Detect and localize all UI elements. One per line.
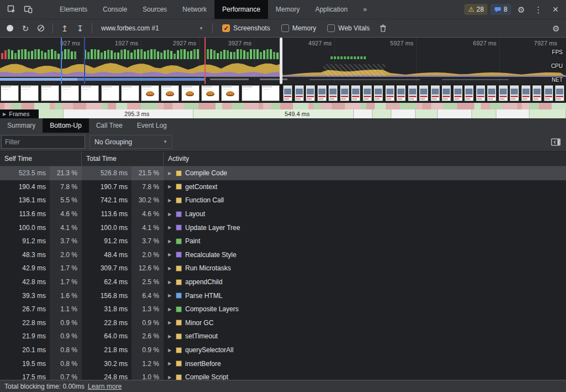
frame-block[interactable] (416, 109, 438, 118)
filmstrip-thumbnail[interactable] (385, 85, 395, 101)
filmstrip-thumbnail[interactable] (499, 85, 508, 101)
frames-track[interactable]: ▶ Frames 295.3 ms549.4 ms (0, 109, 566, 118)
activity-row-run-microtasks[interactable]: 42.9 ms 1.7 % 309.7 ms 12.6 % ▶ Run Micr… (0, 262, 566, 275)
filmstrip-thumbnail[interactable] (396, 85, 406, 101)
expand-arrow-icon[interactable]: ▶ (167, 212, 172, 217)
filter-input[interactable] (1, 135, 85, 149)
filmstrip-thumbnail[interactable] (487, 85, 496, 101)
warnings-badge[interactable]: ⚠ 28 (464, 4, 488, 15)
filmstrip-thumbnail[interactable] (61, 85, 79, 101)
expand-arrow-icon[interactable]: ▶ (167, 361, 172, 366)
checkbox-web-vitals[interactable]: ✓ Web Vitals (327, 24, 370, 32)
overview-graphs[interactable]: 927 ms1927 ms2927 ms3927 ms4927 ms5927 m… (0, 38, 566, 84)
expand-arrow-icon[interactable]: ▶ (167, 307, 172, 312)
activity-row-minor-gc[interactable]: 22.8 ms 0.9 % 22.8 ms 0.9 % ▶ Minor GC (0, 316, 566, 330)
filmstrip-thumbnail[interactable] (374, 85, 383, 101)
filmstrip-thumbnail[interactable] (408, 85, 417, 101)
settings-gear-icon[interactable]: ⚙ (514, 2, 528, 17)
filmstrip-thumbnail[interactable] (510, 85, 519, 101)
activity-row-getcontext[interactable]: 190.4 ms 7.8 % 190.7 ms 7.8 % ▶ getConte… (0, 180, 566, 194)
filmstrip-thumbnail[interactable] (101, 85, 119, 101)
filmstrip-thumbnail[interactable] (317, 85, 327, 101)
load-profile-icon[interactable]: ↥ (57, 21, 72, 35)
frame-block[interactable] (354, 109, 373, 118)
filmstrip-thumbnail[interactable] (81, 85, 99, 101)
grouping-select[interactable]: No Grouping ▼ (90, 135, 172, 149)
tab-application[interactable]: Application (307, 0, 355, 19)
column-header-self-time[interactable]: Self Time (0, 151, 82, 166)
filmstrip-thumbnail[interactable] (261, 85, 280, 101)
expand-arrow-icon[interactable]: ▶ (167, 266, 172, 271)
checkbox-screenshots[interactable]: ✓ Screenshots (222, 24, 270, 32)
tab-network[interactable]: Network (175, 0, 214, 19)
filmstrip-thumbnail[interactable] (453, 85, 463, 101)
expand-arrow-icon[interactable]: ▶ (167, 280, 172, 285)
activity-row-compile-script[interactable]: 17.5 ms 0.7 % 24.8 ms 1.0 % ▶ Compile Sc… (0, 370, 566, 380)
trash-icon[interactable] (376, 21, 390, 35)
frame-block[interactable] (391, 109, 416, 118)
expand-arrow-icon[interactable]: ▶ (167, 375, 172, 380)
tab-memory[interactable]: Memory (268, 0, 307, 19)
close-devtools-icon[interactable]: × (548, 2, 563, 17)
tab-sources[interactable]: Sources (135, 0, 175, 19)
filmstrip-thumbnail[interactable] (1, 85, 19, 101)
clear-recordings-icon[interactable] (34, 21, 48, 35)
tab-bottom-up[interactable]: Bottom-Up (43, 118, 88, 133)
filmstrip-thumbnail[interactable] (242, 85, 260, 101)
kebab-menu-icon[interactable]: ⋮ (531, 2, 546, 17)
expand-arrow-icon[interactable]: ▶ (167, 198, 172, 203)
frame-block[interactable] (496, 109, 530, 118)
activity-row-layout[interactable]: 113.6 ms 4.6 % 113.6 ms 4.6 % ▶ Layout (0, 207, 566, 221)
issues-badge[interactable]: 8 (490, 4, 511, 15)
activity-row-paint[interactable]: 91.2 ms 3.7 % 91.2 ms 3.7 % ▶ Paint (0, 234, 566, 248)
activity-row-update-layer-tree[interactable]: 100.0 ms 4.1 % 100.0 ms 4.1 % ▶ Update L… (0, 221, 566, 234)
column-header-total-time[interactable]: Total Time (82, 151, 164, 166)
filmstrip-thumbnail[interactable] (221, 85, 239, 101)
checkbox-memory[interactable]: ✓ Memory (281, 24, 316, 32)
expand-arrow-icon[interactable]: ▶ (167, 225, 172, 230)
activity-row-parse-html[interactable]: 39.3 ms 1.6 % 156.8 ms 6.4 % ▶ Parse HTM… (0, 289, 566, 302)
activity-row-recalculate-style[interactable]: 48.3 ms 2.0 % 48.4 ms 2.0 % ▶ Recalculat… (0, 248, 566, 262)
filmstrip-thumbnail[interactable] (544, 85, 553, 101)
filmstrip-thumbnail[interactable] (201, 85, 219, 101)
frames-track-header[interactable]: ▶ Frames (0, 109, 39, 118)
filmstrip-thumbnail[interactable] (464, 85, 474, 101)
expand-arrow-icon[interactable]: ▶ (167, 252, 172, 257)
expand-arrow-icon[interactable]: ▶ (167, 348, 172, 353)
capture-settings-gear-icon[interactable]: ⚙ (549, 21, 563, 35)
filmstrip-thumbnail[interactable] (306, 85, 315, 101)
frame-block[interactable] (530, 109, 566, 118)
frame-block[interactable] (39, 109, 64, 118)
filmstrip-thumbnail[interactable] (295, 85, 304, 101)
filmstrip-thumbnail[interactable] (555, 85, 564, 101)
frame-block[interactable] (373, 109, 391, 118)
frame-block[interactable] (438, 109, 472, 118)
column-header-activity[interactable]: Activity (164, 151, 566, 166)
activity-row-appendchild[interactable]: 42.8 ms 1.7 % 62.4 ms 2.5 % ▶ appendChil… (0, 275, 566, 289)
expand-arrow-icon[interactable]: ▶ (167, 184, 172, 189)
filmstrip-thumbnail[interactable] (141, 85, 159, 101)
filmstrip-thumbnail[interactable] (161, 85, 179, 101)
tab-call-tree[interactable]: Call Tree (89, 118, 130, 133)
tab-event-log[interactable]: Event Log (130, 118, 174, 133)
filmstrip-thumbnail[interactable] (363, 85, 372, 101)
filmstrip-thumbnail[interactable] (419, 85, 428, 101)
activity-row-insertbefore[interactable]: 19.5 ms 0.8 % 30.2 ms 1.2 % ▶ insertBefo… (0, 357, 566, 370)
expand-arrow-icon[interactable]: ▶ (167, 171, 172, 176)
tab-elements[interactable]: Elements (52, 0, 95, 19)
filmstrip-thumbnail[interactable] (521, 85, 531, 101)
selection-divider-handle[interactable] (280, 38, 282, 84)
filmstrip-thumbnail[interactable] (328, 85, 338, 101)
filmstrip-thumbnail[interactable] (41, 85, 59, 101)
tab-summary[interactable]: Summary (0, 118, 43, 133)
filmstrip-thumbnail[interactable] (340, 85, 349, 101)
activity-row-queryselectorall[interactable]: 20.1 ms 0.8 % 21.8 ms 0.9 % ▶ querySelec… (0, 343, 566, 357)
tab-console[interactable]: Console (95, 0, 135, 19)
expand-arrow-icon[interactable]: ▶ (167, 293, 172, 298)
filmstrip-thumbnail[interactable] (476, 85, 485, 101)
reload-and-record-icon[interactable]: ↻ (18, 21, 33, 35)
history-select[interactable]: www.forbes.com #1 ▼ (97, 23, 208, 34)
show-heaviest-stack-sidebar-icon[interactable] (548, 135, 563, 149)
expand-arrow-icon[interactable]: ▶ (167, 320, 172, 325)
activity-row-composite-layers[interactable]: 26.7 ms 1.1 % 31.8 ms 1.3 % ▶ Composite … (0, 302, 566, 316)
